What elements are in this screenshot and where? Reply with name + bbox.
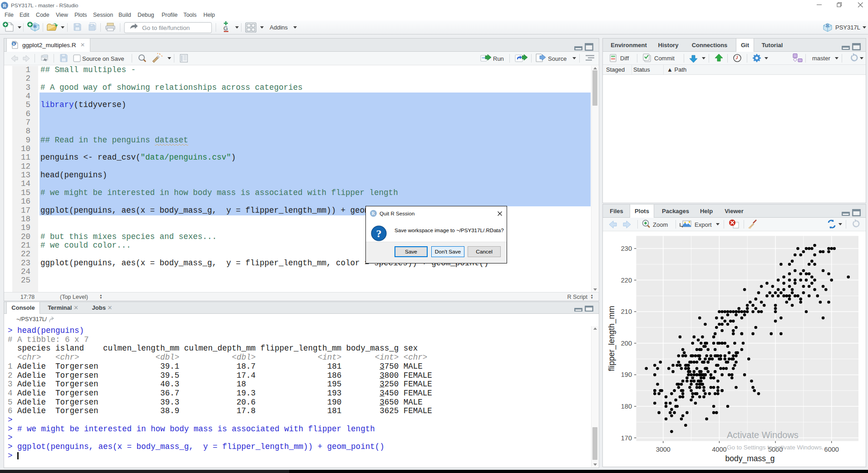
svg-text:flipper_length_mm: flipper_length_mm — [607, 306, 616, 371]
svg-text:Source on Save: Source on Save — [82, 55, 124, 62]
svg-text:210: 210 — [621, 308, 632, 315]
svg-text:3000: 3000 — [656, 446, 671, 453]
svg-text:G: G — [223, 25, 228, 32]
svg-text:Go to file/function: Go to file/function — [142, 24, 190, 31]
svg-text:master: master — [812, 55, 830, 62]
svg-text:180: 180 — [621, 403, 632, 410]
svg-text:Activate Windows: Activate Windows — [727, 430, 799, 440]
svg-text:Zoom: Zoom — [653, 221, 668, 228]
svg-text:200: 200 — [621, 340, 632, 347]
svg-text:R: R — [12, 42, 15, 46]
svg-text:?: ? — [376, 228, 382, 239]
svg-text:Run: Run — [493, 55, 504, 62]
svg-text:Commit: Commit — [654, 55, 675, 62]
svg-text:220: 220 — [621, 277, 632, 284]
svg-text:Source: Source — [548, 55, 567, 62]
svg-text:6000: 6000 — [824, 446, 839, 453]
svg-text:R: R — [33, 24, 37, 29]
svg-text:190: 190 — [621, 371, 632, 378]
svg-text:Diff: Diff — [620, 55, 629, 62]
svg-text:R: R — [826, 23, 829, 28]
svg-text:Go to Settings to activate Win: Go to Settings to activate Windows. — [727, 444, 824, 451]
svg-text:body_mass_g: body_mass_g — [725, 454, 775, 463]
svg-text:170: 170 — [621, 434, 632, 442]
svg-text:Export: Export — [695, 221, 712, 228]
svg-text:4000: 4000 — [712, 446, 726, 453]
svg-text:230: 230 — [621, 245, 632, 252]
